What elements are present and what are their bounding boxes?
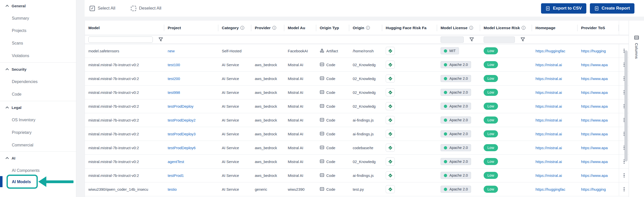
provider-tos-link[interactable]: https://www.apa	[581, 132, 608, 136]
columns-tab[interactable]: Columns	[629, 21, 644, 59]
homepage-link[interactable]: https://mistral.ai	[535, 132, 562, 136]
project-link[interactable]: test998	[168, 90, 180, 95]
risk-check-button[interactable]	[386, 116, 395, 124]
risk-check-button[interactable]	[386, 102, 395, 110]
row-actions-cell[interactable]	[619, 182, 629, 196]
provider-tos-link[interactable]: https://www.apa	[581, 160, 608, 164]
info-icon[interactable]: i	[522, 26, 525, 30]
sidebar-group-general[interactable]: General	[0, 2, 76, 10]
row-actions-cell[interactable]	[619, 169, 629, 182]
model-filter-input[interactable]	[88, 36, 153, 43]
sidebar-item-scans[interactable]: Scans	[0, 39, 76, 48]
sidebar-item-proprietary[interactable]: Proprietary	[0, 128, 76, 137]
risk-check-button[interactable]	[386, 61, 395, 69]
provider-tos-link[interactable]: https://www.apa	[581, 173, 608, 178]
sidebar-group-legal[interactable]: Legal	[0, 103, 76, 112]
homepage-link[interactable]: https://mistral.ai	[535, 160, 562, 164]
info-icon[interactable]: i	[272, 26, 276, 30]
info-icon[interactable]: i	[366, 26, 370, 30]
provider-tos-link[interactable]: https://hugging	[581, 49, 606, 53]
provider-tos-link[interactable]: https://hugging	[581, 187, 606, 191]
column-header-model[interactable]: Model	[85, 21, 164, 35]
kebab-menu-icon[interactable]	[624, 173, 625, 178]
filter-funnel-icon[interactable]	[469, 37, 474, 42]
license-filter-input[interactable]	[441, 36, 464, 43]
provider-tos-link[interactable]: https://www.apa	[581, 76, 608, 81]
risk-check-button[interactable]	[386, 157, 395, 166]
risk-check-button[interactable]	[386, 171, 395, 179]
homepage-link[interactable]: https://mistral.ai	[535, 146, 562, 150]
column-header-actions[interactable]	[619, 21, 629, 35]
sidebar-item-code[interactable]: Code	[0, 90, 76, 99]
column-header-category[interactable]: Categoryi	[218, 21, 251, 35]
project-link[interactable]: test100	[168, 63, 180, 67]
project-link[interactable]: testProdDeploy3	[168, 132, 196, 136]
select-all-button[interactable]: ✓ Select All	[90, 6, 115, 11]
filter-funnel-icon[interactable]	[158, 37, 163, 42]
risk-check-button[interactable]	[386, 130, 395, 138]
project-link[interactable]: testProd1	[168, 173, 184, 178]
column-header-project[interactable]: Project	[164, 21, 218, 35]
sidebar-item-commercial[interactable]: Commercial	[0, 141, 76, 149]
homepage-link[interactable]: https://huggingfac	[535, 187, 565, 191]
provider-tos-link[interactable]: https://www.apa	[581, 104, 608, 108]
homepage-link[interactable]: https://mistral.ai	[535, 104, 562, 108]
project-link[interactable]: test200	[168, 76, 180, 81]
risk-check-button[interactable]	[386, 144, 395, 152]
info-icon[interactable]: i	[469, 26, 473, 30]
risk-check-button[interactable]	[386, 47, 395, 55]
sidebar-item-summary[interactable]: Summary	[0, 14, 76, 23]
sidebar-group-ai[interactable]: AI	[0, 154, 76, 162]
provider-value: aws_bedrock	[255, 76, 277, 81]
sidebar-item-ai-models[interactable]: AI Models	[0, 178, 76, 186]
provider-tos-link[interactable]: https://www.apa	[581, 90, 608, 95]
column-header-model-license[interactable]: Model Licensei	[437, 21, 480, 35]
provider-value: generic	[255, 187, 267, 191]
column-header-hugging-face-risk-fa[interactable]: Hugging Face Risk Fa	[382, 21, 437, 35]
origin-type-value: Code	[326, 173, 335, 178]
origin-type-value: Code	[326, 104, 335, 108]
project-link[interactable]: testProdDeploy2	[168, 118, 196, 122]
column-header-homepage[interactable]: Homepage	[532, 21, 578, 35]
project-link[interactable]: agentTest	[168, 160, 184, 164]
checkbox-dashed-icon	[131, 6, 136, 11]
create-report-button[interactable]: Create Report	[590, 3, 634, 14]
origin-type-cell: Code	[316, 182, 349, 196]
license-risk-filter-input[interactable]	[484, 36, 515, 43]
provider-tos-link[interactable]: https://www.apa	[581, 146, 608, 150]
risk-pill: Low	[484, 186, 498, 193]
column-header-origin-typ[interactable]: Origin Typ	[316, 21, 349, 35]
filter-funnel-icon[interactable]	[520, 37, 525, 42]
column-header-origin[interactable]: Origini	[349, 21, 382, 35]
column-header-provider[interactable]: Provideri	[251, 21, 284, 35]
sidebar-item-dependencies[interactable]: Dependencies	[0, 77, 76, 86]
sidebar-item-projects[interactable]: Projects	[0, 26, 76, 35]
sidebar-item-violations[interactable]: Violations	[0, 52, 76, 60]
info-icon[interactable]: i	[240, 26, 244, 30]
provider-tos-link[interactable]: https://www.apa	[581, 63, 608, 67]
homepage-link[interactable]: https://mistral.ai	[535, 76, 562, 81]
homepage-link[interactable]: https://huggingfac	[535, 49, 565, 53]
project-link[interactable]: testio	[168, 187, 177, 191]
export-csv-button[interactable]: Export to CSV	[541, 3, 586, 14]
sidebar-group-security[interactable]: Security	[0, 65, 76, 73]
project-link[interactable]: testProdDeploy6	[168, 146, 196, 150]
homepage-link[interactable]: https://mistral.ai	[535, 118, 562, 122]
homepage-link[interactable]: https://mistral.ai	[535, 173, 562, 178]
sidebar-item-os-inventory[interactable]: OS Inventory	[0, 116, 76, 124]
kebab-menu-icon[interactable]	[624, 187, 625, 191]
risk-check-button[interactable]	[386, 185, 395, 193]
column-header-provider-tos[interactable]: Provider ToS	[578, 21, 619, 35]
risk-check-button[interactable]	[386, 74, 395, 83]
homepage-link[interactable]: https://mistral.ai	[535, 63, 562, 67]
column-header-model-license-risk[interactable]: Model License Riski	[480, 21, 532, 35]
project-link[interactable]: new	[168, 49, 175, 53]
provider-tos-link[interactable]: https://www.apa	[581, 118, 608, 122]
sidebar-item-ai-components[interactable]: AI Components	[0, 166, 76, 175]
homepage-link[interactable]: https://mistral.ai	[535, 90, 562, 95]
risk-check-button[interactable]	[386, 88, 395, 96]
deselect-all-button[interactable]: Deselect All	[131, 6, 161, 11]
project-link[interactable]: testProdDeploy	[168, 104, 194, 108]
column-header-model-au[interactable]: Model Au	[284, 21, 316, 35]
vertical-scrollbar[interactable]	[624, 50, 628, 162]
